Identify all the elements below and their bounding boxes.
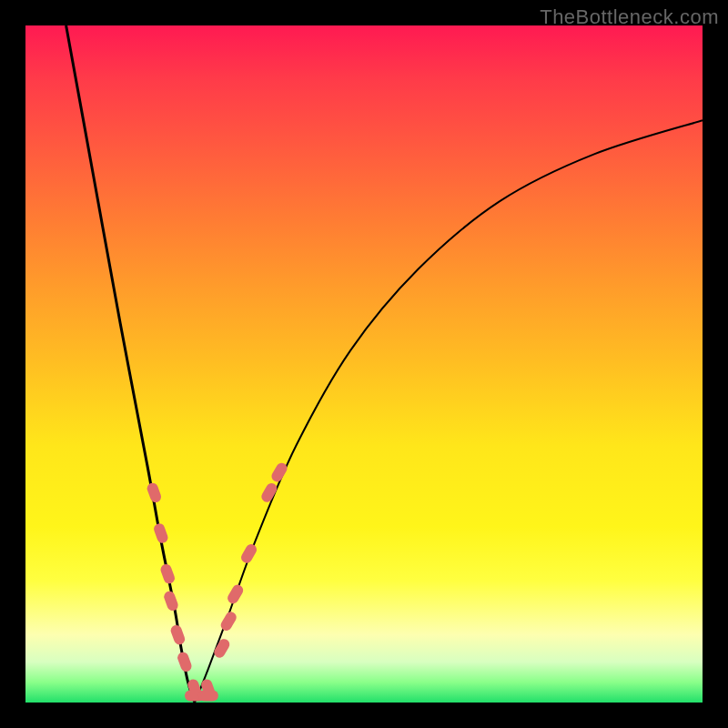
marker-pill (146, 481, 163, 504)
marker-pill (219, 610, 238, 632)
marker-layer (146, 461, 289, 702)
marker-pill (159, 562, 177, 585)
bottleneck-curve (66, 25, 703, 703)
marker-pill (226, 582, 245, 605)
marker-pill (239, 542, 258, 565)
chart-frame: TheBottleneck.com (0, 0, 728, 728)
marker-pill (163, 590, 180, 612)
marker-pill (198, 691, 218, 702)
watermark-text: TheBottleneck.com (540, 5, 719, 29)
marker-pill (169, 623, 187, 646)
marker-pill (176, 651, 193, 673)
curve-right-branch (195, 120, 703, 703)
marker-pill (152, 522, 169, 545)
curve-layer (25, 25, 703, 703)
marker-pill (269, 461, 288, 484)
plot-area (25, 25, 703, 703)
marker-pill (259, 481, 278, 504)
